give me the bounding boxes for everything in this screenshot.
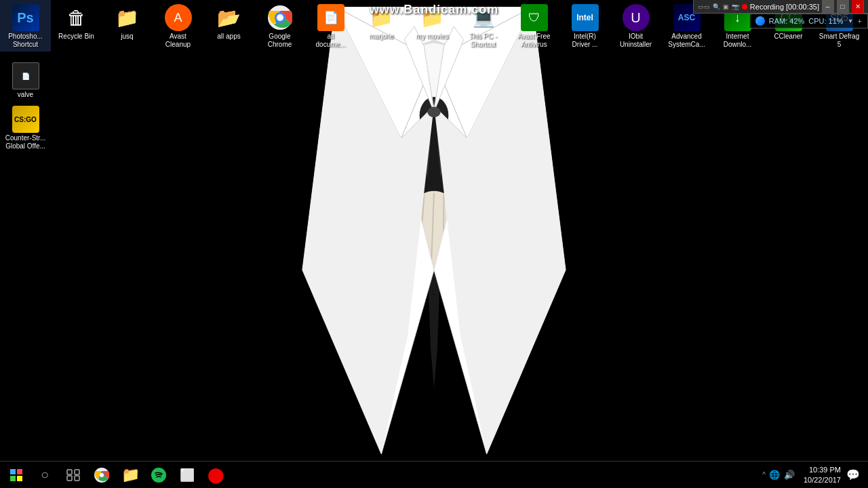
close-btn[interactable]: ✕: [852, 0, 864, 14]
desktop-icon-intel[interactable]: Intel Intel(R)Driver ...: [559, 0, 610, 52]
chrome-label: GoogleChrome: [268, 33, 292, 49]
photoshop-label: Photosho...Shortcut: [8, 33, 43, 49]
rec-dot: [742, 4, 747, 9]
this-pc-icon: 💻: [470, 4, 497, 31]
file-explorer-button[interactable]: 📁: [117, 462, 144, 489]
taskbar-left: ○ 📁: [0, 462, 232, 489]
desktop: Ps Photosho...Shortcut 🗑 Recycle Bin 📁 j…: [0, 0, 868, 461]
avast-antivirus-label: Avast FreeAntivirus: [517, 33, 550, 49]
task-view-button[interactable]: [60, 462, 87, 489]
desktop-icon-iobit[interactable]: U IObitUninstaller: [610, 0, 661, 52]
desktop-icon-all-documents[interactable]: 📄 alldocume...: [305, 0, 356, 52]
volume-icon[interactable]: 🔊: [783, 469, 795, 481]
spotify-button[interactable]: [145, 462, 172, 489]
desktop-icon-jusq[interactable]: 📁 jusq: [102, 0, 153, 52]
tray-expand-icon[interactable]: ^: [762, 471, 766, 479]
desktop-icon-recycle-bin[interactable]: 🗑 Recycle Bin: [51, 0, 102, 52]
idm-label: InternetDownlo...: [724, 33, 752, 49]
svg-rect-29: [17, 469, 22, 474]
system-monitor: RAM: 42% CPU: 11% ▼ +: [749, 14, 868, 28]
minimize-btn[interactable]: –: [822, 0, 834, 14]
start-button[interactable]: [3, 462, 30, 489]
my-movies-label: my movies: [416, 33, 449, 41]
desktop-icon-valve[interactable]: 📄 valve: [0, 58, 51, 102]
valve-label: valve: [18, 91, 33, 99]
this-pc-label: This PC -Shortcut: [469, 33, 498, 49]
svg-rect-35: [75, 476, 79, 481]
desktop-icon-marjorie[interactable]: 📁 marjorie: [356, 0, 407, 52]
svg-point-39: [151, 468, 166, 483]
svg-rect-33: [75, 470, 79, 474]
desktop-icon-this-pc[interactable]: 💻 This PC -Shortcut: [458, 0, 509, 52]
svg-rect-34: [67, 476, 72, 481]
cs-go-icon: CS:GO: [12, 106, 39, 133]
desktop-icon-photoshop[interactable]: Ps Photosho...Shortcut: [0, 0, 51, 52]
cmd-button[interactable]: ⬜: [174, 462, 201, 489]
tray-icons: 🌐 🔊: [768, 469, 795, 481]
all-documents-icon: 📄: [317, 4, 344, 31]
jusq-label: jusq: [121, 33, 133, 41]
avast-antivirus-icon: 🛡: [521, 4, 548, 31]
marjorie-icon: 📁: [368, 4, 395, 31]
recycle-bin-label: Recycle Bin: [58, 33, 94, 41]
ccleaner-label: CCleaner: [774, 33, 802, 41]
network-icon[interactable]: 🌐: [768, 469, 781, 481]
ram-display: RAM: 42%: [769, 17, 805, 25]
svg-rect-28: [10, 469, 16, 474]
intel-icon: Intel: [572, 4, 599, 31]
desktop-icon-avast-cleanup[interactable]: A AvastCleanup: [153, 0, 203, 52]
desktop-icon-cs-go[interactable]: CS:GO Counter-Str...Global Offe...: [0, 102, 51, 153]
recording-text: ▭▭ 🔍 ▣ 📷 Recording [00:00:35] – □ ✕: [694, 0, 868, 14]
chrome-icon: [267, 4, 294, 31]
my-movies-icon: 📁: [419, 4, 446, 31]
jusq-icon: 📁: [114, 4, 141, 31]
notification-button[interactable]: 💬: [844, 466, 863, 485]
system-clock[interactable]: 10:39 PM 10/22/2017: [804, 465, 841, 485]
desktop-icon-my-movies[interactable]: 📁 my movies: [407, 0, 458, 52]
desktop-icon-all-apps[interactable]: 📂 all apps: [203, 0, 254, 52]
all-documents-label: alldocume...: [316, 33, 346, 49]
svg-rect-30: [10, 476, 16, 481]
smart-defrag-label: Smart Defrag5: [819, 33, 859, 49]
cs-go-label: Counter-Str...Global Offe...: [5, 134, 45, 150]
iobit-label: IObitUninstaller: [620, 33, 652, 49]
svg-point-38: [100, 472, 104, 476]
clock-time: 10:39 PM: [804, 465, 841, 474]
taskbar: ○ 📁: [0, 461, 868, 488]
search-button[interactable]: ○: [31, 462, 58, 489]
svg-point-27: [277, 14, 283, 21]
all-apps-label: all apps: [217, 33, 240, 41]
photoshop-icon: Ps: [12, 4, 39, 31]
desktop-icon-chrome[interactable]: GoogleChrome: [254, 0, 305, 52]
marjorie-label: marjorie: [369, 33, 393, 41]
clock-date: 10/22/2017: [804, 475, 841, 485]
maximize-btn[interactable]: □: [837, 0, 849, 14]
down-arrow[interactable]: ▼: [848, 18, 854, 24]
recording-label: Recording [00:00:35]: [750, 3, 819, 11]
avast-cleanup-label: AvastCleanup: [165, 33, 191, 49]
left-icon-column: 📄 valve CS:GO Counter-Str...Global Offe.…: [0, 58, 51, 153]
asc-label: AdvancedSystemCa...: [668, 33, 705, 49]
intel-label: Intel(R)Driver ...: [572, 33, 598, 49]
iobit-icon: U: [623, 4, 650, 31]
plus-btn[interactable]: +: [858, 17, 862, 25]
valve-icon: 📄: [12, 62, 39, 89]
monitor-icon: [755, 16, 765, 26]
all-apps-icon: 📂: [216, 4, 243, 31]
taskbar-right: ^ 🌐 🔊 10:39 PM 10/22/2017 💬: [757, 465, 868, 485]
recording-bar: ▭▭ 🔍 ▣ 📷 Recording [00:00:35] – □ ✕: [693, 0, 868, 14]
bandicam-button[interactable]: ⬤: [202, 462, 229, 489]
avast-cleanup-icon: A: [165, 4, 192, 31]
svg-rect-32: [67, 470, 72, 474]
cpu-display: CPU: 11%: [808, 17, 843, 25]
desktop-icon-avast-antivirus[interactable]: 🛡 Avast FreeAntivirus: [509, 0, 559, 52]
recycle-bin-icon: 🗑: [63, 4, 90, 31]
taskbar-chrome-button[interactable]: [88, 462, 115, 489]
svg-rect-31: [17, 476, 22, 481]
